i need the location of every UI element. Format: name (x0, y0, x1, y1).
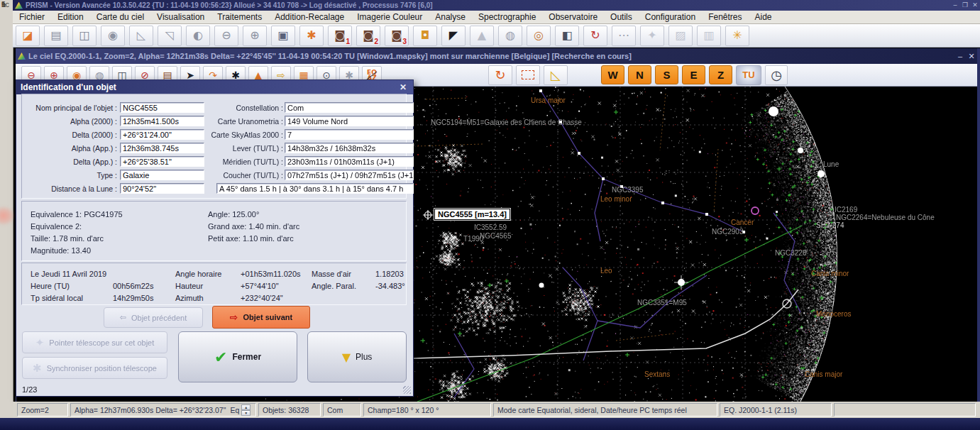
protractor-button[interactable]: ◺ (544, 65, 568, 85)
menu-outils[interactable]: Outils (604, 11, 639, 23)
resize-grip[interactable] (403, 386, 411, 394)
prism-logo-icon (15, 2, 23, 9)
map-tool-icon (522, 70, 534, 79)
tool-icon: ▨ (675, 30, 686, 41)
zoom-in-button[interactable]: ⊕ (243, 26, 267, 46)
spinner-down-icon[interactable]: ▼ (241, 410, 250, 416)
field-label: Carte Uranometria : (204, 117, 283, 126)
zoom-out-button[interactable]: ⊖ (214, 26, 238, 46)
field-value[interactable]: 7 (285, 129, 414, 140)
analyze-image-button[interactable]: ◫ (72, 26, 97, 46)
field-value[interactable]: 23h03m11s / 01h03m11s (J+1) (285, 156, 414, 167)
save-button[interactable]: ▤ (44, 26, 68, 46)
field-value[interactable]: 12h36m38.745s (120, 143, 204, 153)
field-value[interactable]: 12h35m41.500s (120, 116, 204, 126)
menu-spectrographie[interactable]: Spectrographie (472, 11, 542, 23)
clock-button[interactable]: ◷ (765, 65, 788, 85)
focuser-button[interactable]: ◘ (413, 26, 437, 46)
angle-measure-button[interactable]: ◺ (129, 26, 153, 46)
menu-observatoire[interactable]: Observatoire (542, 11, 604, 23)
abort-button[interactable]: ↻ (583, 26, 607, 46)
menu-aide[interactable]: Aide (749, 11, 778, 23)
angle-measure-2-button[interactable]: ◹ (158, 26, 182, 46)
field-value[interactable]: A 45° dans 1.5 h | à 30° dans 3.1 h | à … (216, 183, 414, 194)
main-toolbar: ◪ ▤ ◫ ◉ ◺ ◹ ◐ ⊖ ⊕ ▣ (13, 24, 980, 48)
camera-2-button[interactable]: ◙ 2 (356, 26, 380, 46)
map-close-button[interactable]: ✕ (966, 52, 977, 61)
field-value[interactable]: Galaxie (120, 170, 204, 180)
time-row: Heure (TU) 00h56m22s Hauteur +57°44'10" … (22, 280, 406, 292)
map-tool-icon: ↻ (495, 70, 505, 80)
map-tool-icon: ⊘ (141, 70, 149, 80)
tool-icon: ⊖ (221, 30, 231, 41)
universal-time-button[interactable]: TU (736, 65, 761, 85)
menu-addition-recalage[interactable]: Addition-Recalage (268, 11, 351, 23)
frame-button[interactable]: ◧ (555, 26, 579, 46)
map-tool-icon: ▤ (163, 70, 172, 80)
dome-button[interactable]: ◍ (498, 26, 522, 46)
menu-analyse[interactable]: Analyse (429, 11, 472, 23)
cloud-button[interactable]: ✦ (640, 26, 664, 46)
info-button[interactable]: ◉ (101, 26, 125, 46)
setup-button[interactable]: ◎ (527, 26, 551, 46)
menu-configuration[interactable]: Configuration (639, 11, 702, 23)
menu-fenetres[interactable]: Fenêtres (702, 11, 748, 23)
gear-button[interactable]: ✱ (299, 26, 324, 46)
field-value[interactable]: +26°31'24.00" (120, 129, 204, 140)
previous-object-button[interactable]: ⇦ Objet précédent (104, 307, 203, 328)
next-object-button[interactable]: ⇨ Objet suivant (212, 306, 310, 329)
maximize-button[interactable]: ❐ (960, 1, 970, 10)
point-telescope-button[interactable]: ✦ Pointer télescope sur cet objet (22, 331, 167, 353)
field-label: Nom principal de l'objet : (23, 104, 117, 112)
open-image-button[interactable]: ◪ (16, 26, 40, 46)
rotate-field-button[interactable]: ↻ (488, 65, 512, 85)
field-value[interactable]: 07h27m51s (J+1) / 09h27m51s (J+1) (285, 170, 414, 180)
process-gears-button[interactable]: ✳ (725, 26, 749, 46)
field-value[interactable]: 90°24'52" (120, 183, 204, 194)
spinner-up-icon[interactable]: ▲ (241, 404, 250, 410)
info-line: Equivalence 2: (31, 221, 123, 233)
direction-south-button[interactable]: S (655, 65, 678, 84)
close-button[interactable]: ✕ (970, 1, 980, 10)
fields-panel: Nom principal de l'objet : NGC4555 Alpha… (21, 94, 407, 199)
field-value[interactable]: Com (285, 102, 414, 113)
map-tool-icon: ⇨ (277, 70, 285, 80)
field-delta-2000: Delta (2000) : +26°31'24.00" (23, 128, 204, 141)
menu-imagerie-couleur[interactable]: Imagerie Couleur (351, 11, 429, 23)
map-minimize-button[interactable]: – (954, 52, 966, 60)
sync-telescope-button[interactable]: ✱ Synchroniser position télescope (22, 357, 167, 379)
select-region-button[interactable] (516, 65, 540, 85)
dialog-titlebar[interactable]: Identification d'un objet ✕ (16, 80, 413, 94)
script-button[interactable]: ⋯ (612, 26, 636, 46)
camera-3-button[interactable]: ◙ 3 (385, 26, 409, 46)
menu-fichier[interactable]: Fichier (13, 11, 51, 23)
plus-button[interactable]: ▼ Plus (307, 331, 407, 382)
frame-spinner[interactable]: ▲ ▼ (241, 404, 250, 416)
direction-west-button[interactable]: W (601, 65, 624, 84)
phase-button[interactable]: ◐ (186, 26, 210, 46)
fermer-button[interactable]: ✔ Fermer (178, 331, 297, 382)
field-value[interactable]: +26°25'38.51" (120, 156, 204, 167)
object-tooltip: NGC4555 [m=13.4] (434, 209, 510, 220)
dialog-close-icon[interactable]: ✕ (397, 82, 409, 92)
image-display-button[interactable]: ▣ (271, 26, 295, 46)
field-value[interactable]: 14h38m32s / 16h38m32s (285, 143, 414, 153)
panel-button[interactable]: ▨ (668, 26, 693, 46)
menu-traitements[interactable]: Traitements (211, 11, 268, 23)
tool-icon: ◺ (137, 30, 145, 41)
direction-north-button[interactable]: N (628, 65, 651, 84)
autoguider-button[interactable]: ◤ (441, 26, 466, 46)
direction-zenith-button[interactable]: Z (709, 65, 732, 84)
field-value[interactable]: 149 Volume Nord (285, 116, 414, 126)
filter-wheel-button[interactable]: ▲ (470, 26, 494, 46)
field-value[interactable]: NGC4555 (120, 102, 204, 113)
histogram-button[interactable]: ▥ (697, 26, 721, 46)
camera-1-button[interactable]: ◙ 1 (328, 26, 352, 46)
dialog-title: Identification d'un objet (21, 82, 397, 92)
tool-icon: ◫ (79, 30, 89, 41)
menu-carte-du-ciel[interactable]: Carte du ciel (90, 11, 150, 23)
direction-east-button[interactable]: E (682, 65, 705, 84)
menu-visualisation[interactable]: Visualisation (150, 11, 211, 23)
minimize-button[interactable]: – (950, 1, 960, 10)
menu-edition[interactable]: Edition (51, 11, 90, 23)
